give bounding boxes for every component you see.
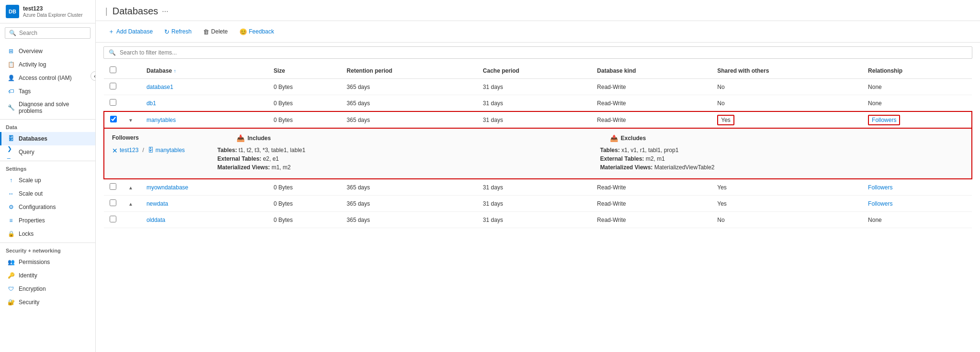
delete-button[interactable]: 🗑 Delete (198, 26, 233, 38)
database-link[interactable]: myowndatabase (146, 184, 188, 191)
sidebar-item-access-control[interactable]: 👤 Access control (IAM) (0, 71, 95, 85)
row-shared-cell: Yes (711, 111, 862, 128)
add-database-button[interactable]: ＋ Add Database (103, 25, 158, 38)
sidebar-item-activity-log[interactable]: 📋 Activity log (0, 58, 95, 71)
row-kind-cell: Read-Write (591, 79, 711, 95)
relationship-link[interactable]: Followers (868, 200, 892, 207)
sidebar-item-permissions[interactable]: 👥 Permissions (0, 255, 95, 269)
row-name-cell: myowndatabase (141, 179, 268, 196)
follower-db-icon: 🗄 (148, 147, 154, 154)
sidebar-item-configurations[interactable]: ⚙ Configurations (0, 200, 95, 214)
database-link[interactable]: db1 (146, 100, 156, 107)
sidebar-item-databases[interactable]: 🗄 Databases (0, 132, 95, 145)
feedback-button[interactable]: 😊 Feedback (235, 26, 279, 38)
row-expand-cell[interactable]: ▲ (123, 196, 141, 212)
header-divider: | (105, 6, 108, 16)
database-link[interactable]: newdata (146, 200, 168, 207)
row-checkbox-cell[interactable] (104, 179, 123, 196)
row-expand-button[interactable]: ▼ (128, 118, 133, 123)
row-expand-button[interactable]: ▲ (128, 201, 133, 207)
relationship-link[interactable]: Followers (868, 184, 892, 191)
follower-cluster-link[interactable]: test123 (120, 147, 138, 154)
sidebar-item-encryption[interactable]: 🛡 Encryption (0, 282, 95, 296)
follower-detail-cell: Followers 📥 Includes (104, 128, 972, 179)
databases-table: Database ↑ Size Retention period Cache p… (103, 63, 972, 228)
database-link[interactable]: manytables (146, 117, 176, 123)
includes-tables-value: t1, t2, t3, *3, table1, lable1 (238, 147, 305, 154)
row-expand-button[interactable]: ▲ (128, 185, 133, 190)
col-header-retention: Retention period (341, 63, 477, 79)
includes-tables-label: Tables: (217, 147, 238, 154)
relationship-highlighted: Followers (868, 115, 900, 125)
sidebar-item-locks[interactable]: 🔒 Locks (0, 227, 95, 241)
sidebar-item-tags[interactable]: 🏷 Tags (0, 85, 95, 98)
row-size-cell: 0 Bytes (268, 179, 341, 196)
row-shared-cell: No (711, 95, 862, 112)
row-checkbox[interactable] (110, 183, 116, 190)
row-retention-cell: 365 days (341, 196, 477, 212)
sidebar-item-scale-out[interactable]: ↔ Scale out (0, 187, 95, 200)
row-relationship-cell: Followers (862, 111, 972, 128)
excludes-icon: 📤 (610, 134, 618, 142)
configurations-icon: ⚙ (7, 203, 15, 211)
row-checkbox-cell[interactable] (104, 111, 123, 128)
excludes-column-title: 📤 Excludes (610, 134, 964, 142)
sidebar-item-security[interactable]: 🔐 Security (0, 296, 95, 309)
search-icon: 🔍 (9, 30, 16, 36)
col-header-kind: Database kind (591, 63, 711, 79)
row-checkbox-cell[interactable] (104, 79, 123, 95)
row-name-cell: newdata (141, 196, 268, 212)
table-row: db1 0 Bytes 365 days 31 days Read-Write … (104, 95, 972, 112)
row-checkbox[interactable] (110, 99, 116, 106)
sort-asc-icon: ↑ (174, 68, 176, 74)
refresh-icon: ↻ (164, 28, 169, 35)
filter-search-icon: 🔍 (109, 49, 116, 56)
row-expand-cell[interactable]: ▲ (123, 179, 141, 196)
includes-ext-tables-label: External Tables: (217, 155, 263, 162)
row-checkbox[interactable] (110, 116, 117, 122)
cluster-subtitle: Azure Data Explorer Cluster (23, 12, 83, 18)
row-kind-cell: Read-Write (591, 111, 711, 128)
row-cache-cell: 31 days (477, 79, 591, 95)
row-checkbox[interactable] (110, 199, 116, 206)
path-separator: / (142, 147, 144, 154)
filter-search-bar[interactable]: 🔍 (103, 46, 972, 59)
scale-up-icon: ↑ (7, 176, 15, 184)
row-expand-cell[interactable]: ▼ (123, 111, 141, 128)
search-input[interactable] (19, 30, 86, 36)
sidebar-item-properties[interactable]: ≡ Properties (0, 214, 95, 227)
sidebar-item-identity[interactable]: 🔑 Identity (0, 269, 95, 282)
table-row: ▲ newdata 0 Bytes 365 days 31 days Read-… (104, 196, 972, 212)
table-row: ▼ manytables 0 Bytes 365 days 31 days Re… (104, 111, 972, 128)
row-size-cell: 0 Bytes (268, 79, 341, 95)
sidebar-item-diagnose[interactable]: 🔧 Diagnose and solve problems (0, 98, 95, 117)
database-link[interactable]: olddata (146, 217, 165, 223)
sidebar-item-overview[interactable]: ⊞ Overview (0, 44, 95, 58)
refresh-button[interactable]: ↻ Refresh (159, 26, 196, 38)
sidebar-item-query[interactable]: ❯_ Query (0, 145, 95, 159)
sidebar-nav: ⊞ Overview 📋 Activity log 👤 Access contr… (0, 43, 95, 352)
row-checkbox[interactable] (110, 216, 116, 222)
filter-search-input[interactable] (120, 49, 967, 56)
delete-icon: 🗑 (203, 28, 209, 35)
includes-external-tables: External Tables: e2, e1 (217, 155, 581, 162)
row-checkbox-cell[interactable] (104, 95, 123, 112)
row-checkbox-cell[interactable] (104, 196, 123, 212)
followers-column-title: Followers (112, 134, 217, 141)
select-all-checkbox[interactable] (110, 66, 116, 73)
row-checkbox-cell[interactable] (104, 212, 123, 228)
row-checkbox[interactable] (110, 83, 116, 89)
follower-header: Followers 📥 Includes (112, 134, 964, 142)
follower-db-link[interactable]: manytables (156, 147, 185, 154)
encryption-icon: 🛡 (7, 285, 15, 293)
database-link[interactable]: database1 (146, 84, 173, 90)
page-more-icon[interactable]: ··· (162, 7, 168, 16)
row-retention-cell: 365 days (341, 212, 477, 228)
sidebar-search-container[interactable]: 🔍 (5, 27, 90, 39)
databases-table-container: Database ↑ Size Retention period Cache p… (96, 63, 980, 352)
shared-highlighted: Yes (717, 115, 734, 125)
sidebar-item-scale-up[interactable]: ↑ Scale up (0, 174, 95, 187)
row-cache-cell: 31 days (477, 179, 591, 196)
row-relationship-cell: None (862, 212, 972, 228)
security-icon: 🔐 (7, 298, 15, 306)
